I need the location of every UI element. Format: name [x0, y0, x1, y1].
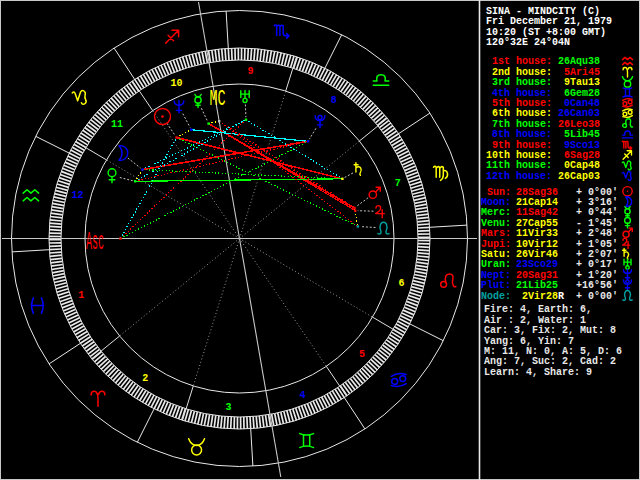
svg-text:26Vir46: 26Vir46	[516, 249, 558, 260]
svg-text:1: 1	[78, 290, 84, 301]
svg-text:SINA - MINDCITY (C): SINA - MINDCITY (C)	[486, 6, 600, 17]
svg-text:12th house:: 12th house:	[486, 171, 552, 182]
svg-text:9Sco13: 9Sco13	[564, 140, 600, 151]
svg-text:6: 6	[399, 278, 405, 289]
svg-text:26Cap03: 26Cap03	[558, 171, 600, 182]
svg-text:Nept:: Nept:	[481, 270, 511, 281]
svg-text:11Vir33: 11Vir33	[516, 228, 558, 239]
svg-text:Jupi:: Jupi:	[481, 239, 511, 250]
svg-text:28Sag36: 28Sag36	[516, 187, 558, 198]
svg-text:Asc: Asc	[86, 228, 104, 257]
svg-text:9th house:: 9th house:	[492, 140, 552, 151]
svg-text:9: 9	[248, 66, 254, 77]
svg-text:Moon:: Moon:	[481, 197, 511, 208]
svg-text:Sun:: Sun:	[487, 187, 511, 198]
svg-text:+ 1°05': + 1°05'	[576, 239, 618, 250]
svg-text:Ang: 7, Suc: 2, Cad: 2: Ang: 7, Suc: 2, Cad: 2	[484, 356, 616, 367]
svg-text:120°32E 24°04N: 120°32E 24°04N	[486, 37, 570, 48]
svg-text:+ 2°07': + 2°07'	[576, 249, 618, 260]
svg-text:26Can03: 26Can03	[558, 108, 600, 119]
svg-text:7: 7	[395, 178, 401, 189]
svg-text:Air : 2, Water: 1: Air : 2, Water: 1	[484, 315, 586, 326]
svg-text:+16°56': +16°56'	[576, 280, 618, 291]
svg-text:12: 12	[71, 190, 83, 201]
svg-text:+ 1°20': + 1°20'	[576, 270, 618, 281]
svg-text:Fri December 21, 1979: Fri December 21, 1979	[486, 16, 612, 27]
svg-text:Learn: 4, Share: 9: Learn: 4, Share: 9	[484, 367, 592, 378]
svg-text:0Can48: 0Can48	[564, 98, 600, 109]
svg-text:Plut:: Plut:	[481, 280, 511, 291]
svg-text:MC: MC	[210, 87, 226, 111]
svg-text:5Ari45: 5Ari45	[564, 67, 600, 78]
svg-text:Venu:: Venu:	[481, 218, 511, 229]
svg-text:6th house:: 6th house:	[492, 108, 552, 119]
svg-text:9Tau13: 9Tau13	[564, 77, 600, 88]
svg-text:11th house:: 11th house:	[486, 160, 552, 171]
svg-text:+ 0°00': + 0°00'	[576, 291, 618, 302]
svg-text:4: 4	[299, 390, 305, 401]
svg-text:2nd house:: 2nd house:	[492, 67, 552, 78]
svg-text:26Leo38: 26Leo38	[558, 119, 600, 130]
svg-text:5th house:: 5th house:	[492, 98, 552, 109]
svg-text:1st house:: 1st house:	[492, 56, 552, 67]
svg-text:5: 5	[359, 349, 365, 360]
svg-text:6Gem28: 6Gem28	[564, 88, 600, 99]
svg-text:8th house:: 8th house:	[492, 129, 552, 140]
svg-text:4th house:: 4th house:	[492, 88, 552, 99]
svg-text:8: 8	[331, 95, 337, 106]
svg-text:Mars:: Mars:	[481, 228, 511, 239]
svg-text:21Lib25: 21Lib25	[516, 280, 558, 291]
svg-text:Uran:: Uran:	[481, 259, 511, 270]
svg-text:Satu:: Satu:	[481, 249, 511, 260]
svg-text:6Sag28: 6Sag28	[564, 150, 600, 161]
svg-text:Merc:: Merc:	[481, 207, 511, 218]
svg-text:Car: 3, Fix: 2, Mut: 8: Car: 3, Fix: 2, Mut: 8	[484, 325, 616, 336]
svg-text:5Lib45: 5Lib45	[564, 129, 600, 140]
svg-text:10: 10	[171, 78, 183, 89]
svg-text:26Aqu38: 26Aqu38	[558, 56, 600, 67]
svg-text:3: 3	[225, 402, 231, 413]
svg-text:7th house:: 7th house:	[492, 119, 552, 130]
svg-text:2Vir28: 2Vir28	[522, 291, 558, 302]
svg-text:+ 0°44': + 0°44'	[576, 207, 618, 218]
svg-text:Yang: 6, Yin: 7: Yang: 6, Yin: 7	[484, 336, 574, 347]
svg-text:10:20 (ST +8:00 GMT): 10:20 (ST +8:00 GMT)	[486, 27, 606, 38]
svg-text:+ 0°00': + 0°00'	[576, 187, 618, 198]
svg-text:27Cap55: 27Cap55	[516, 218, 558, 229]
svg-text:R: R	[558, 291, 564, 302]
svg-text:+ 3°16': + 3°16'	[576, 197, 618, 208]
svg-text:Fire: 4, Earth: 6,: Fire: 4, Earth: 6,	[484, 304, 592, 315]
svg-text:0Cap48: 0Cap48	[564, 160, 600, 171]
svg-text:20Sag31: 20Sag31	[516, 270, 558, 281]
svg-text:11: 11	[111, 119, 123, 130]
svg-text:11Sag42: 11Sag42	[516, 207, 558, 218]
svg-text:Node:: Node:	[481, 291, 511, 302]
svg-text:21Cap14: 21Cap14	[516, 197, 558, 208]
svg-text:+ 0°17': + 0°17'	[576, 259, 618, 270]
svg-text:+ 2°48': + 2°48'	[576, 228, 618, 239]
svg-text:23Sco29: 23Sco29	[516, 259, 558, 270]
svg-text:10Vir12: 10Vir12	[516, 239, 558, 250]
svg-text:M: 11, N: 0, A: 5, D: 6: M: 11, N: 0, A: 5, D: 6	[484, 346, 622, 357]
svg-text:- 1°45': - 1°45'	[576, 218, 618, 229]
svg-text:2: 2	[142, 373, 148, 384]
svg-text:10th house:: 10th house:	[486, 150, 552, 161]
svg-text:3rd house:: 3rd house:	[492, 77, 552, 88]
